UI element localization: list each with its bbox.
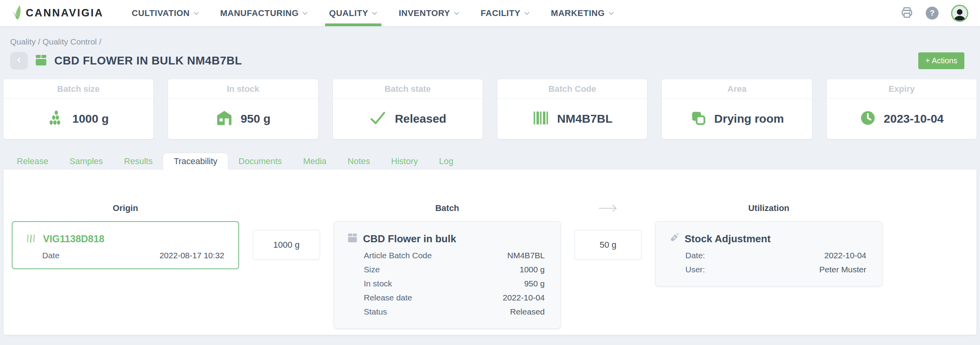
nav-item-marketing[interactable]: MARKETING xyxy=(551,0,614,26)
warehouse-icon xyxy=(216,109,233,128)
tab-documents[interactable]: Documents xyxy=(228,153,292,170)
breadcrumb[interactable]: Quality / Quality Control / xyxy=(10,37,980,46)
actions-button[interactable]: + Actions xyxy=(918,52,964,69)
batch-row-size: Size 1000 g xyxy=(364,265,545,274)
user-avatar[interactable] xyxy=(951,5,968,22)
utilization-quantity-box: 50 g xyxy=(574,230,642,260)
help-icon[interactable]: ? xyxy=(926,7,939,20)
tab-notes[interactable]: Notes xyxy=(337,153,381,170)
package-icon xyxy=(34,53,48,69)
batch-row-status: Status Released xyxy=(364,307,545,316)
stat-cards: Batch size 1000 g In stock xyxy=(0,79,980,139)
leaf-logo-icon xyxy=(10,4,23,22)
cannavigia-logo[interactable]: CANNAVIGIA xyxy=(10,4,104,22)
nav-item-quality[interactable]: QUALITY xyxy=(329,0,377,26)
app-screen: CANNAVIGIA CULTIVATION MANUFACTURING QUA… xyxy=(0,0,980,345)
check-icon xyxy=(369,109,387,129)
cluster-icon xyxy=(48,110,64,128)
chevron-down-icon xyxy=(193,10,199,17)
nav-item-inventory[interactable]: INVENTORY xyxy=(399,0,460,26)
stat-card-expiry: Expiry 2023-10-04 xyxy=(827,79,976,139)
origin-card[interactable]: VIG1138D818 Date 2022-08-17 10:32 xyxy=(12,221,239,269)
clock-icon xyxy=(860,110,876,128)
tab-log[interactable]: Log xyxy=(428,153,464,170)
chevron-down-icon xyxy=(372,10,377,17)
pen-icon xyxy=(668,232,680,245)
tab-history[interactable]: History xyxy=(381,153,428,170)
traceability-flow: Origin Batch Utilization xyxy=(12,202,976,329)
utilization-card-title: Stock Adjustment xyxy=(685,233,771,245)
tab-media[interactable]: Media xyxy=(293,153,337,170)
tab-traceability[interactable]: Traceability xyxy=(163,153,228,170)
detail-tabs: Release Samples Results Traceability Doc… xyxy=(6,153,980,170)
topbar-right: ? xyxy=(901,5,968,22)
chevron-left-icon xyxy=(15,56,23,65)
batch-row-in-stock: In stock 950 g xyxy=(364,279,545,288)
chevron-down-icon xyxy=(608,10,614,17)
utilization-row-user: User: Peter Muster xyxy=(685,265,866,274)
origin-quantity-box: 1000 g xyxy=(253,230,320,260)
stat-card-batch-state: Batch state Released xyxy=(333,79,483,139)
hemp-icon xyxy=(25,232,38,245)
flow-arrow-icon xyxy=(574,203,642,213)
tab-results[interactable]: Results xyxy=(113,153,163,170)
batch-row-article-code: Article Batch Code NM4B7BL xyxy=(364,251,545,260)
brand-name: CANNAVIGIA xyxy=(26,7,104,19)
topbar: CANNAVIGIA CULTIVATION MANUFACTURING QUA… xyxy=(0,0,980,26)
main-navigation: CULTIVATION MANUFACTURING QUALITY INVENT… xyxy=(132,0,614,26)
origin-section-header: Origin xyxy=(12,203,239,213)
traceability-panel: Origin Batch Utilization xyxy=(4,170,976,335)
nav-item-facility[interactable]: FACILITY xyxy=(481,0,530,26)
chevron-down-icon xyxy=(302,10,308,17)
utilization-card: Stock Adjustment Date: 2022-10-04 User: … xyxy=(655,221,882,286)
nav-item-manufacturing[interactable]: MANUFACTURING xyxy=(220,0,308,26)
batch-card-title: CBD Flower in bulk xyxy=(363,233,456,245)
stat-card-batch-code: Batch Code NM4B7BL xyxy=(497,79,647,139)
printer-icon[interactable] xyxy=(901,6,913,20)
title-row: CBD FLOWER IN BULK NM4B7BL + Actions xyxy=(10,52,980,70)
utilization-section-header: Utilization xyxy=(655,203,882,213)
barcode-icon xyxy=(532,109,549,128)
chevron-down-icon xyxy=(524,10,530,17)
stat-card-area: Area Drying room xyxy=(662,79,812,139)
package-icon xyxy=(347,232,358,245)
back-button[interactable] xyxy=(10,52,28,70)
nav-item-cultivation[interactable]: CULTIVATION xyxy=(132,0,199,26)
batch-row-release-date: Release date 2022-10-04 xyxy=(364,293,545,302)
stat-card-batch-size: Batch size 1000 g xyxy=(4,79,153,139)
chevron-down-icon xyxy=(454,10,460,17)
batch-card: CBD Flower in bulk Article Batch Code NM… xyxy=(334,221,561,329)
batch-section-header: Batch xyxy=(334,203,561,213)
origin-card-title[interactable]: VIG1138D818 xyxy=(43,233,104,245)
stat-card-in-stock: In stock 950 g xyxy=(168,79,318,139)
utilization-row-date: Date: 2022-10-04 xyxy=(685,251,866,260)
page-title: CBD FLOWER IN BULK NM4B7BL xyxy=(54,54,242,67)
tab-release[interactable]: Release xyxy=(6,153,59,170)
rooms-icon xyxy=(690,110,706,128)
origin-date-row: Date 2022-08-17 10:32 xyxy=(42,251,224,260)
tab-samples[interactable]: Samples xyxy=(59,153,114,170)
